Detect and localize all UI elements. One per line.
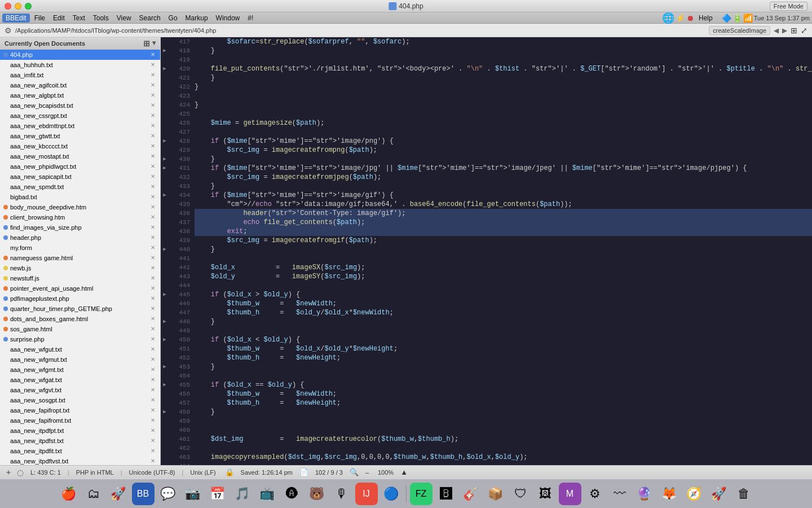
close-file-icon[interactable]: ✕ (149, 417, 157, 424)
code-line[interactable]: $old_x = imageSX($src_img); (195, 263, 812, 272)
close-file-icon[interactable]: ✕ (149, 325, 157, 333)
status-position[interactable]: L: 439 C: 1 (28, 469, 63, 476)
close-file-icon[interactable]: ✕ (149, 71, 157, 79)
close-file-icon[interactable]: ✕ (149, 315, 157, 323)
sidebar-item[interactable]: aaa_new_wfgvt.txt✕ (0, 385, 160, 395)
sidebar-item[interactable]: my.form✕ (0, 243, 160, 253)
code-line[interactable]: } (195, 317, 812, 326)
close-file-icon[interactable]: ✕ (149, 122, 157, 130)
close-file-icon[interactable]: ✕ (149, 447, 157, 455)
menu-hash[interactable]: #! (244, 14, 257, 23)
close-file-icon[interactable]: ✕ (149, 264, 157, 272)
window-controls[interactable] (5, 3, 32, 10)
code-lines[interactable]: $sofarc=str_replace($sofarpref, "", $sof… (192, 37, 812, 465)
code-line[interactable]: $src_img = imagecreatefromjpeg($path); (195, 173, 812, 182)
dock-browserstack[interactable]: 🅱 (435, 483, 457, 505)
code-line[interactable] (195, 371, 812, 380)
dock-messages[interactable]: 💬 (157, 483, 179, 505)
menu-icon-circle[interactable]: ⚡ (676, 14, 685, 23)
menu-markup[interactable]: Markup (182, 14, 211, 23)
code-line[interactable]: header("str">'Content-Type: image/gif'); (195, 209, 812, 218)
fold-indicator[interactable]: ▶ (161, 191, 169, 200)
status-zoom-icon[interactable]: 🔍 (350, 468, 359, 476)
dock-bear[interactable]: 🐻 (306, 483, 328, 505)
menu-go[interactable]: Go (165, 14, 181, 23)
fold-indicator[interactable]: ▶ (161, 362, 169, 371)
sidebar-item[interactable]: body_mouse_deepdive.htm✕ (0, 202, 160, 212)
close-file-icon[interactable]: ✕ (149, 274, 157, 282)
dock-intellij[interactable]: IJ (355, 483, 378, 505)
menu-tools[interactable]: Tools (90, 14, 112, 23)
sidebar-item[interactable]: newb.js✕ (0, 263, 160, 273)
sidebar-item[interactable]: aaa_new_gtwtt.txt✕ (0, 131, 160, 141)
fold-indicator[interactable]: ▶ (161, 164, 169, 173)
close-file-icon[interactable]: ✕ (149, 386, 157, 394)
dock-trash[interactable]: 🗑 (732, 483, 755, 505)
code-line[interactable]: } (195, 155, 812, 164)
close-file-icon[interactable]: ✕ (149, 437, 157, 445)
sidebar-item[interactable]: aaa_new_cssrgpt.txt✕ (0, 111, 160, 121)
close-file-icon[interactable]: ✕ (149, 152, 157, 160)
menu-window[interactable]: Window (213, 14, 244, 23)
code-line[interactable]: if ($old_x < $old_y) { (195, 335, 812, 344)
menu-bbedit[interactable]: BBEdit (2, 14, 30, 23)
dock-guitar[interactable]: 🎸 (460, 483, 482, 505)
menu-search[interactable]: Search (136, 14, 164, 23)
code-line[interactable]: if ($mime["str">'mime']=="str">'image/gi… (195, 191, 812, 200)
dock-appletv[interactable]: 📺 (256, 483, 279, 505)
close-file-icon[interactable]: ✕ (149, 376, 157, 384)
close-file-icon[interactable]: ✕ (149, 51, 157, 59)
fold-indicator[interactable]: ▶ (161, 290, 169, 299)
status-add-icon[interactable]: ＋ (5, 467, 12, 478)
code-line[interactable]: imagecopyresampled($dst_img,$src_img,0,0… (195, 453, 812, 462)
close-file-icon[interactable]: ✕ (149, 457, 157, 465)
dock-finder[interactable]: 🗂 (82, 483, 105, 505)
dock-podcasts[interactable]: 🎙 (330, 483, 353, 505)
path-nav-prev[interactable]: ◀ (774, 27, 779, 34)
sidebar-item[interactable]: aaa_new_algbpt.txt✕ (0, 90, 160, 100)
code-line[interactable]: "cm">//echo "str">'data:image/gif;base64… (195, 200, 812, 209)
code-line[interactable]: $thumb_w = $old_x/$old_y*$newHeight; (195, 344, 812, 353)
sidebar-item[interactable]: aaa_new_bcapisdst.txt✕ (0, 100, 160, 111)
path-view-icon[interactable]: ⊞ (791, 26, 797, 35)
menu-text[interactable]: Text (69, 14, 89, 23)
sidebar-item[interactable]: aaa_new_wfgmut.txt✕ (0, 354, 160, 365)
sidebar-item[interactable]: aaa_new_wfgut.txt✕ (0, 344, 160, 354)
sidebar-item[interactable]: find_images_via_size.php✕ (0, 222, 160, 233)
sidebar-item[interactable]: surprise.php✕ (0, 334, 160, 344)
code-line[interactable]: echo file_get_contents($path); (195, 218, 812, 227)
dock-waveform[interactable]: 〰 (608, 483, 631, 505)
path-gear-icon[interactable]: ⚙ (5, 26, 12, 35)
status-language[interactable]: PHP in HTML (74, 469, 116, 476)
code-line[interactable]: $thumb_h = $newHeight; (195, 398, 812, 408)
dock-filezilla[interactable]: FZ (410, 483, 433, 505)
free-mode-button[interactable]: Free Mode (770, 2, 807, 11)
fold-indicator[interactable]: ▶ (161, 155, 169, 164)
close-file-icon[interactable]: ✕ (149, 295, 157, 303)
close-file-icon[interactable]: ✕ (149, 203, 157, 211)
menu-view[interactable]: View (113, 14, 135, 23)
fold-indicator[interactable]: ▶ (161, 64, 169, 73)
code-line[interactable]: $mime = getimagesize($path); (195, 119, 812, 128)
minimize-button[interactable] (15, 3, 21, 10)
fold-indicator[interactable]: ▶ (161, 408, 169, 417)
dock-vmware[interactable]: ⚙ (584, 483, 606, 505)
close-file-icon[interactable]: ✕ (149, 183, 157, 191)
close-file-icon[interactable]: ✕ (149, 102, 157, 110)
sidebar-item[interactable]: newstuff.js✕ (0, 273, 160, 283)
sidebar-item[interactable]: aaa_new_itpdfit.txt✕ (0, 446, 160, 456)
close-file-icon[interactable]: ✕ (149, 173, 157, 181)
code-line[interactable]: if ($mime["str">'mime']=="str">'image/pn… (195, 137, 812, 146)
sidebar-item[interactable]: aaa_new_wfgmt.txt✕ (0, 365, 160, 375)
maximize-button[interactable] (25, 3, 32, 10)
code-line[interactable] (195, 426, 812, 435)
dock-virtualbox[interactable]: 📦 (484, 483, 507, 505)
menu-help[interactable]: Help (695, 14, 716, 23)
dock-facetime[interactable]: 📷 (182, 483, 204, 505)
sidebar-item[interactable]: aaa_new_itpdftvst.txt✕ (0, 456, 160, 465)
fold-indicator[interactable]: ▶ (161, 335, 169, 344)
code-line[interactable] (195, 254, 812, 263)
code-line[interactable]: $thumb_w = $newWidth; (195, 389, 812, 398)
sidebar-item[interactable]: nameguess game.html✕ (0, 253, 160, 263)
code-line[interactable] (195, 444, 812, 453)
